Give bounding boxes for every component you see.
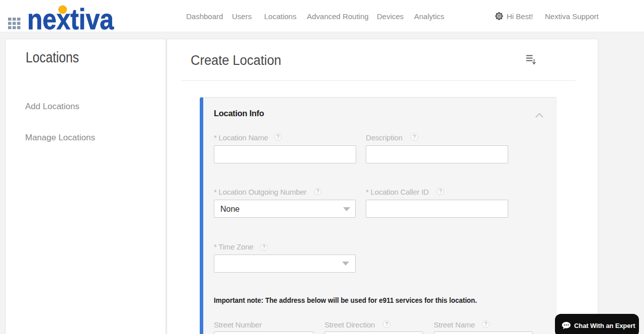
svg-text:Locations: Locations bbox=[26, 49, 79, 65]
svg-text:nextiva: nextiva bbox=[27, 3, 114, 32]
svg-text:Create Location: Create Location bbox=[191, 53, 281, 68]
svg-text:Important note: The address be: Important note: The address below will b… bbox=[214, 296, 477, 304]
